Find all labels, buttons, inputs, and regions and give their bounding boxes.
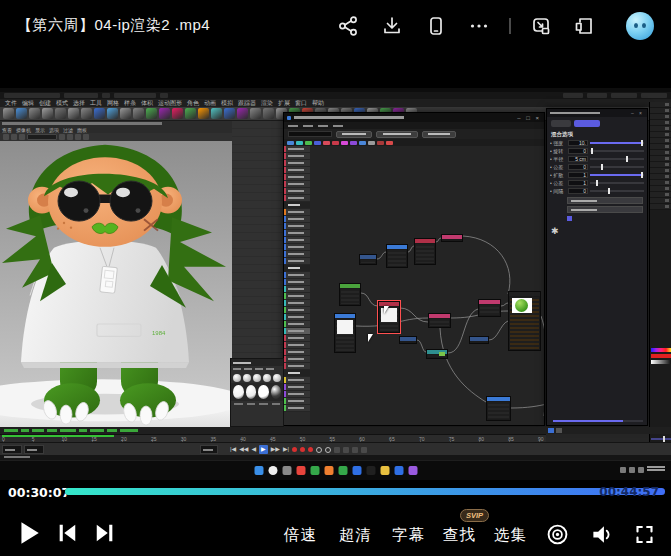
taskbar-app-icon[interactable] <box>408 466 417 475</box>
toolbar-icon[interactable] <box>107 108 118 119</box>
taskbar-app-icon[interactable] <box>380 466 389 475</box>
node-tag-chip[interactable] <box>350 141 357 145</box>
volume-icon[interactable] <box>590 523 614 546</box>
graph-node[interactable] <box>486 396 511 421</box>
transport-button[interactable]: ▶ <box>259 445 268 454</box>
viewport-menu-item[interactable]: 显示 <box>35 127 45 133</box>
toolbar-icon[interactable] <box>146 108 157 119</box>
toolbar-icon[interactable] <box>3 108 14 119</box>
graph-node[interactable] <box>339 283 361 306</box>
property-row[interactable]: • 扩散1 <box>547 171 647 179</box>
app-menu-item[interactable]: 角色 <box>187 99 199 107</box>
material-previews[interactable] <box>231 383 283 401</box>
node-editor-titlebar[interactable]: – □ × <box>284 113 544 122</box>
video-frame[interactable]: 文件编辑创建模式选择工具网格样条体积运动图形角色动画模拟跟踪器渲染扩展窗口帮助 … <box>0 88 671 480</box>
node-tag-chip[interactable] <box>305 141 312 145</box>
node-list-item[interactable] <box>284 391 310 398</box>
viewport-menu-item[interactable]: 选项 <box>49 127 59 133</box>
record-dot[interactable] <box>292 447 297 452</box>
taskbar-app-icon[interactable] <box>394 466 403 475</box>
node-list-item[interactable] <box>284 293 310 300</box>
property-row[interactable]: • 半径5 cm <box>547 155 647 163</box>
material-thumbnail[interactable] <box>271 385 282 399</box>
taskbar-app-icon[interactable] <box>338 466 347 475</box>
cast-screen-icon[interactable] <box>546 523 569 546</box>
app-menu-item[interactable]: 模拟 <box>221 99 233 107</box>
next-episode-button[interactable] <box>94 522 116 544</box>
transport-button[interactable]: |◀ <box>230 445 236 454</box>
node-list-item[interactable] <box>284 384 310 391</box>
node-list-item[interactable] <box>284 328 310 335</box>
taskbar-app-icon[interactable] <box>268 466 277 475</box>
transport-ring-button[interactable] <box>316 447 322 453</box>
app-menu-item[interactable]: 帮助 <box>312 99 324 107</box>
play-button[interactable] <box>16 519 42 547</box>
node-list-item[interactable] <box>284 279 310 286</box>
node-list-item[interactable] <box>284 244 310 251</box>
mobile-icon[interactable] <box>425 15 447 37</box>
node-list-item[interactable] <box>284 251 310 258</box>
viewport-menu-item[interactable]: 面板 <box>77 127 87 133</box>
taskbar-app-icon[interactable] <box>254 466 263 475</box>
quality-button[interactable]: 超清 <box>339 525 372 546</box>
properties-window[interactable]: – × 混合选项 • 强度10.• 旋转0• 半径5 cm• 公差0• 扩散1•… <box>546 108 648 426</box>
speed-button[interactable]: 倍速 <box>284 525 317 546</box>
keyframe-button[interactable] <box>334 447 340 453</box>
node-list-item[interactable] <box>284 146 310 153</box>
find-button[interactable]: 查找 <box>443 525 476 546</box>
object-row[interactable] <box>650 204 671 210</box>
record-dot[interactable] <box>308 447 313 452</box>
node-tag-chip[interactable] <box>332 141 339 145</box>
share-icon[interactable] <box>337 15 359 37</box>
taskbar-app-icon[interactable] <box>366 466 375 475</box>
node-list-item[interactable] <box>284 153 310 160</box>
material-thumbnail[interactable] <box>258 385 269 399</box>
node-tag-chip[interactable] <box>368 141 375 145</box>
taskbar-app-icon[interactable] <box>352 466 361 475</box>
toolbar-icon[interactable] <box>159 108 170 119</box>
subtitles-button[interactable]: 字幕 <box>392 525 425 546</box>
toolbar-icon[interactable] <box>198 108 209 119</box>
properties-bottom-slider[interactable] <box>553 420 643 422</box>
toolbar-icon[interactable] <box>263 108 274 119</box>
node-list-item[interactable] <box>284 230 310 237</box>
property-row[interactable]: • 公差1 <box>547 179 647 187</box>
node-list-item[interactable] <box>284 307 310 314</box>
toolbar-icon[interactable] <box>94 108 105 119</box>
graph-node[interactable] <box>378 301 400 333</box>
node-list-item[interactable] <box>284 195 310 202</box>
app-menu-item[interactable]: 运动图形 <box>158 99 182 107</box>
tray-icon[interactable] <box>620 467 626 473</box>
node-list-item[interactable] <box>284 223 310 230</box>
properties-checkbox[interactable] <box>567 216 572 221</box>
app-menu-item[interactable]: 工具 <box>90 99 102 107</box>
node-list-item[interactable] <box>284 335 310 342</box>
taskbar-app-icon[interactable] <box>282 466 291 475</box>
toolbar-icon[interactable] <box>172 108 183 119</box>
app-menu-item[interactable]: 编辑 <box>22 99 34 107</box>
app-menu-item[interactable]: 文件 <box>5 99 17 107</box>
node-list-item[interactable] <box>284 349 310 356</box>
properties-dropdown[interactable] <box>567 206 643 213</box>
graph-node[interactable] <box>359 254 377 265</box>
node-list-item[interactable] <box>284 314 310 321</box>
app-menu-item[interactable]: 创建 <box>39 99 51 107</box>
taskbar-tray[interactable] <box>620 466 665 473</box>
property-row[interactable]: • 间隔0 <box>547 187 647 195</box>
app-menu-item[interactable]: 样条 <box>124 99 136 107</box>
material-manager[interactable] <box>230 358 284 427</box>
app-menu-item[interactable]: 网格 <box>107 99 119 107</box>
more-icon[interactable] <box>468 15 490 37</box>
node-list-item[interactable] <box>284 405 310 412</box>
properties-titlebar[interactable]: – × <box>547 109 647 117</box>
node-list-item[interactable] <box>284 286 310 293</box>
seek-bar[interactable]: 00:44:57 <box>65 488 665 495</box>
graph-node[interactable] <box>386 244 408 268</box>
toolbar-icon[interactable] <box>42 108 53 119</box>
app-menu-item[interactable]: 模式 <box>56 99 68 107</box>
app-menu-item[interactable]: 跟踪器 <box>238 99 256 107</box>
panel-slider[interactable] <box>651 438 671 440</box>
node-canvas[interactable] <box>310 146 544 425</box>
node-list-item[interactable] <box>284 300 310 307</box>
node-tag-chip[interactable] <box>341 141 348 145</box>
